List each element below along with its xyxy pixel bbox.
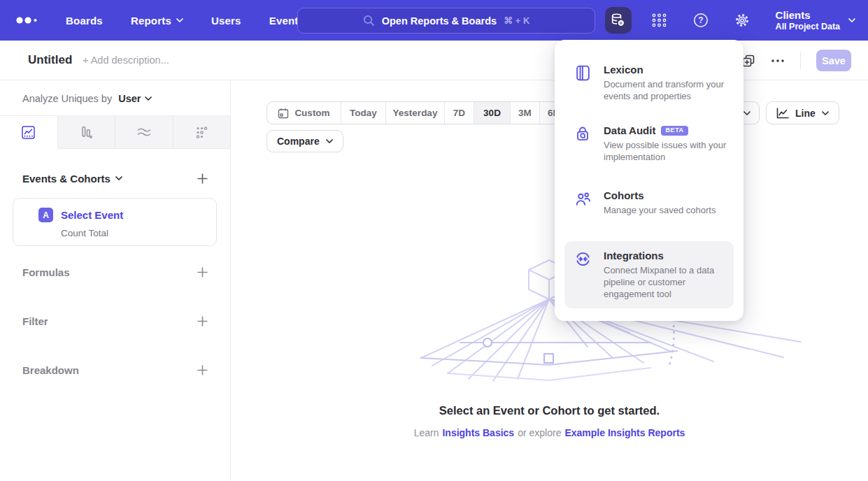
count-total-label[interactable]: Count Total	[61, 228, 108, 238]
search-placeholder: Open Reports & Boards	[382, 15, 497, 27]
empty-state-title: Select an Event or Cohort to get started…	[231, 404, 868, 417]
chevron-down-icon	[822, 111, 829, 115]
date-range-3m[interactable]: 3M	[511, 102, 540, 124]
date-range-today[interactable]: Today	[341, 102, 386, 124]
apps-grid-icon[interactable]	[646, 7, 673, 34]
tab-bar-chart[interactable]	[58, 116, 116, 149]
tab-line-chart[interactable]	[0, 116, 58, 149]
svg-text:?: ?	[698, 15, 703, 25]
nav-item-users[interactable]: Users	[211, 15, 241, 27]
mixpanel-logo[interactable]	[15, 13, 39, 28]
search-shortcut: ⌘ + K	[504, 15, 529, 26]
add-event-button[interactable]	[194, 171, 211, 187]
filter-section: Filter	[22, 311, 211, 331]
report-title[interactable]: Untitled	[28, 53, 72, 67]
date-range-7d[interactable]: 7D	[445, 102, 474, 124]
date-range-30d[interactable]: 30D	[474, 102, 511, 124]
add-formula-button[interactable]	[194, 264, 211, 280]
plus-icon	[197, 173, 208, 184]
chevron-down-icon	[326, 139, 333, 143]
calendar-icon	[278, 108, 289, 119]
report-actions: Save	[741, 41, 851, 80]
empty-state-links: Learn Insights Basics or explore Example…	[231, 427, 868, 438]
event-series-badge: A	[38, 208, 53, 222]
menu-item-lexicon[interactable]: Lexicon Document and transform your even…	[564, 55, 734, 110]
data-management-menu: Lexicon Document and transform your even…	[555, 40, 744, 321]
chevron-down-icon	[145, 96, 152, 101]
date-range-yesterday[interactable]: Yesterday	[386, 102, 445, 124]
bar-chart-tab-icon	[80, 126, 93, 139]
analyze-uniques-dropdown[interactable]: Analyze Uniques by User	[22, 93, 152, 104]
formulas-section: Formulas	[22, 262, 211, 282]
analyze-value: User	[118, 93, 141, 104]
metrics-grid-tab-icon	[195, 126, 208, 139]
compare-button[interactable]: Compare	[266, 130, 343, 152]
nav-links: Boards Reports Users Events	[66, 15, 304, 27]
add-filter-button[interactable]	[194, 313, 211, 329]
flows-tab-icon	[137, 127, 151, 138]
line-chart-tab-icon	[22, 126, 35, 139]
tab-metrics-grid[interactable]	[173, 116, 231, 149]
add-description-field[interactable]: + Add description...	[83, 55, 169, 66]
project-scope: All Project Data	[776, 22, 840, 32]
project-selector[interactable]: Clients All Project Data	[776, 9, 855, 32]
insights-basics-link[interactable]: Insights Basics	[442, 427, 514, 438]
select-event-label[interactable]: Select Event	[61, 209, 123, 221]
settings-gear-icon[interactable]	[729, 7, 755, 34]
menu-item-data-audit[interactable]: Data Audit BETA View possible issues wit…	[564, 116, 734, 171]
help-icon[interactable]: ?	[688, 7, 714, 34]
nav-item-boards[interactable]: Boards	[66, 15, 103, 27]
plus-icon	[197, 316, 208, 326]
filter-label: Filter	[22, 315, 48, 327]
duplicate-icon[interactable]	[741, 54, 755, 68]
chevron-down-icon	[115, 176, 122, 180]
lexicon-icon	[574, 64, 592, 102]
date-range-custom[interactable]: Custom	[267, 102, 341, 124]
chevron-down-icon	[176, 18, 183, 22]
search-icon	[363, 15, 375, 27]
project-name: Clients	[776, 9, 840, 22]
events-cohorts-label[interactable]: Events & Cohorts	[22, 173, 122, 185]
query-sidebar: Analyze Uniques by User	[0, 80, 231, 481]
integrations-icon	[574, 250, 592, 300]
chevron-down-icon	[744, 111, 750, 115]
menu-item-cohorts[interactable]: Cohorts Manage your saved cohorts	[564, 181, 734, 224]
divider	[800, 52, 801, 69]
data-audit-icon	[574, 125, 592, 163]
line-chart-icon	[776, 108, 789, 119]
plus-icon	[197, 365, 208, 375]
beta-badge: BETA	[661, 126, 688, 136]
select-event-card[interactable]: A Select Event Count Total	[13, 198, 217, 246]
plus-icon	[197, 267, 208, 278]
formulas-label: Formulas	[22, 266, 70, 278]
global-search[interactable]: Open Reports & Boards ⌘ + K	[297, 8, 595, 34]
cohorts-icon	[574, 190, 592, 216]
more-icon[interactable]	[771, 59, 785, 63]
report-canvas: Custom Today Yesterday 7D 30D 3M 6M Comp…	[231, 80, 868, 481]
chart-type-dropdown[interactable]: Line	[766, 101, 839, 124]
top-nav: Boards Reports Users Events Open Reports…	[0, 0, 868, 41]
nav-right-cluster: ? Clients All Project Data	[605, 0, 855, 41]
chevron-down-icon	[848, 18, 855, 22]
save-button[interactable]: Save	[816, 50, 851, 71]
add-breakdown-button[interactable]	[194, 362, 211, 378]
nav-item-reports[interactable]: Reports	[131, 15, 183, 27]
events-cohorts-header: Events & Cohorts	[22, 168, 211, 188]
menu-item-integrations[interactable]: Integrations Connect Mixpanel to a data …	[564, 241, 734, 308]
tab-flows[interactable]	[115, 116, 173, 149]
breakdown-section: Breakdown	[22, 360, 211, 380]
example-insights-reports-link[interactable]: Example Insights Reports	[564, 427, 685, 438]
chart-type-tabs	[0, 115, 230, 149]
breakdown-label: Breakdown	[22, 364, 79, 376]
data-management-icon[interactable]	[605, 7, 632, 34]
